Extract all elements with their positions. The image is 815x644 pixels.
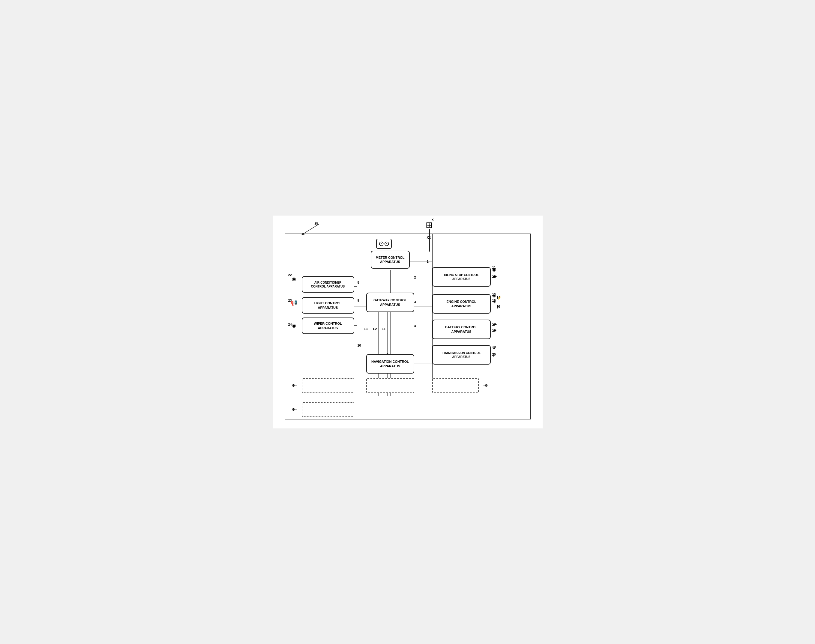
dashed-icon-2: ⚙--	[292, 408, 298, 412]
page: 25 X ⊞	[273, 216, 543, 428]
connector-icon-18: ⊶	[493, 328, 496, 333]
sparkplug-icon-14: ⚡	[497, 296, 502, 300]
label-24: 24	[288, 323, 292, 326]
speaker-icon-23: 📢	[291, 299, 297, 306]
label-4: 4	[414, 324, 416, 328]
dashed-icon-1: ⚙--	[292, 383, 298, 388]
gear-icon-19: ⚙	[492, 346, 496, 350]
label-1: 1	[427, 260, 429, 263]
label-20: 20	[492, 353, 496, 356]
selector-icon-20: |	[493, 353, 494, 357]
sensor-icon-11: ◉	[492, 267, 496, 272]
navigation-control-box: NAVIGATION CONTROLAPPARATUS	[366, 354, 414, 374]
label-l1: L1	[382, 327, 386, 331]
aircond-control-box: AIR-CONDITIONERCONTROL APPARATUS	[302, 276, 354, 293]
meter-control-box: METER CONTROLAPPARATUS	[371, 251, 410, 268]
dashed-box-bm	[366, 378, 414, 393]
sensor-icon-22: ◉	[292, 276, 296, 282]
label-25: 25	[315, 222, 318, 225]
gauge-icon: ⊙⊙	[376, 239, 392, 249]
handheld-device-icon: ⊞	[426, 220, 433, 230]
battery-control-box: BATTERY CONTROLAPPARATUS	[432, 320, 491, 339]
dashed-box-br1	[432, 378, 479, 393]
label-9: 9	[358, 299, 359, 302]
label-22: 22	[288, 273, 292, 277]
sensor-icon-24: ◉	[292, 323, 296, 328]
sensor-icon-13: ◉	[492, 293, 496, 298]
ignition-icon-15: ◈	[493, 299, 496, 304]
dashed-box-bl2	[302, 402, 354, 417]
gateway-control-box: GATEWAY CONTROLAPPARATUS	[366, 293, 414, 312]
switch-icon-12: ▬	[493, 274, 497, 278]
label-8: 8	[358, 281, 359, 284]
label-x2: X2	[427, 236, 431, 239]
transmission-control-box: TRANSMISSION CONTROLAPPARATUS	[432, 345, 491, 365]
battery-icon-17: ▬	[493, 322, 497, 326]
dashed-box-bl1	[302, 378, 354, 393]
wiper-control-box: WIPER CONTROLAPPARATUS	[302, 317, 354, 334]
svg-line-16	[303, 224, 319, 234]
label-3: 3	[414, 300, 416, 304]
idlingstop-control-box: IDLING STOP CONTROLAPPARATUS	[432, 267, 491, 287]
label-l2: L2	[373, 327, 377, 331]
throttle-icon-16: ╱	[497, 305, 499, 309]
dashed-icon-3: --⚙	[483, 383, 488, 388]
label-10: 10	[358, 343, 361, 347]
label-2: 2	[414, 276, 416, 279]
engine-control-box: ENGINE CONTROLAPPARATUS	[432, 294, 491, 314]
label-l3: L3	[364, 327, 368, 331]
diagram-border: X2 1 2 3 4 5 X1 6 8 9 10 7 L3 L2 L1 11 1…	[285, 233, 531, 419]
light-control-box: LIGHT CONTROLAPPARATUS	[302, 297, 354, 314]
